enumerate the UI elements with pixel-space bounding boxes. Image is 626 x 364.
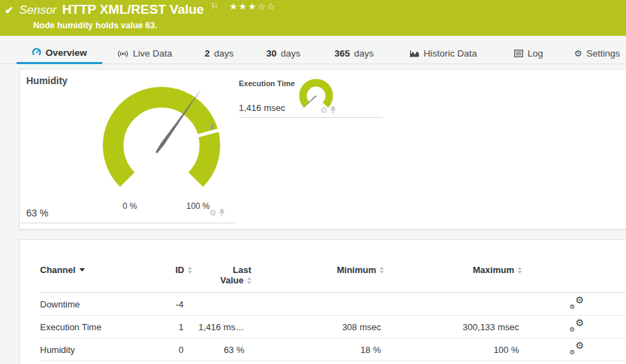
tab-bar: Overview Live Data 2 days 30 days 365 da… bbox=[0, 43, 626, 64]
pin-icon[interactable] bbox=[219, 209, 225, 217]
table-row-execution-time: Execution Time 1 1,416 ms… 308 msec 300,… bbox=[40, 316, 626, 338]
cell-id: 1 bbox=[147, 316, 192, 338]
humidity-tile-tools: ⚙ bbox=[209, 209, 225, 217]
cell-channel: Execution Time bbox=[40, 316, 147, 338]
header-id[interactable]: ID bbox=[147, 261, 192, 293]
sensor-kind-label: Sensor bbox=[19, 3, 57, 17]
prtg-sensor-page: ✔ Sensor HTTP XML/REST Value ⚐ ★★★☆☆ Nod… bbox=[0, 0, 626, 364]
humidity-tile-divider bbox=[21, 223, 235, 223]
settings-gear-icon: ⚙ bbox=[574, 49, 583, 58]
tab-overview[interactable]: Overview bbox=[17, 43, 102, 64]
header-maximum[interactable]: Maximum bbox=[384, 261, 522, 293]
sort-desc-icon bbox=[79, 268, 85, 272]
cell-maximum: 100 % bbox=[384, 338, 522, 361]
tab-365-days[interactable]: 365 days bbox=[326, 43, 382, 64]
humidity-gauge bbox=[92, 80, 231, 218]
tab-30-days[interactable]: 30 days bbox=[261, 43, 306, 64]
cell-maximum: 300,133 msec bbox=[384, 316, 522, 338]
cell-channel: Downtime bbox=[40, 293, 147, 316]
execution-time-tile-tools: ⚙ bbox=[320, 106, 336, 114]
channel-settings-icon[interactable]: ⚙⚙ bbox=[569, 297, 584, 310]
channels-panel: Channel ID Last Value Minimum bbox=[19, 239, 626, 364]
table-row-downtime: Downtime -4 ⚙⚙ bbox=[40, 293, 626, 316]
cell-last-value bbox=[192, 293, 253, 316]
tab-settings[interactable]: ⚙ Settings bbox=[569, 43, 625, 64]
sort-icon bbox=[380, 267, 384, 274]
header-actions bbox=[522, 261, 626, 293]
live-signal-icon bbox=[117, 50, 128, 58]
sensor-title: HTTP XML/REST Value bbox=[62, 2, 204, 17]
table-row-humidity: Humidity 0 63 % 18 % 100 % ⚙⚙ bbox=[40, 338, 626, 361]
average-marker-label: x̄ bbox=[210, 122, 214, 132]
header-minimum[interactable]: Minimum bbox=[253, 261, 384, 293]
stars-empty: ☆☆ bbox=[257, 1, 276, 12]
channels-table: Channel ID Last Value Minimum bbox=[40, 261, 626, 361]
cell-last-value: 63 % bbox=[192, 338, 253, 361]
log-list-icon bbox=[514, 50, 523, 57]
sort-icon bbox=[247, 277, 251, 284]
flag-icon[interactable]: ⚐ bbox=[211, 1, 218, 11]
humidity-gauge-title: Humidity bbox=[26, 75, 68, 86]
channel-settings-icon[interactable]: ⚙⚙ bbox=[569, 343, 584, 355]
execution-time-current-value: 1,416 msec bbox=[239, 103, 285, 113]
cell-id: -4 bbox=[147, 293, 192, 316]
tab-historic-data[interactable]: Historic Data bbox=[404, 43, 483, 64]
sensor-status-message: Node humidity holds value 63. bbox=[33, 21, 157, 30]
sort-icon bbox=[518, 267, 522, 274]
cell-minimum: 18 % bbox=[253, 338, 384, 361]
cell-channel: Humidity bbox=[40, 338, 147, 361]
tab-2-days[interactable]: 2 days bbox=[197, 43, 242, 64]
priority-stars[interactable]: ★★★☆☆ bbox=[229, 1, 276, 12]
gauges-panel: Humidity x̄ 0 % 100 % 63 % ⚙ Execution T… bbox=[19, 69, 626, 230]
sensor-banner: ✔ Sensor HTTP XML/REST Value ⚐ ★★★☆☆ Nod… bbox=[0, 0, 626, 36]
channel-settings-icon[interactable]: ⚙⚙ bbox=[569, 320, 584, 332]
gauge-icon bbox=[32, 48, 41, 57]
execution-time-tile-divider bbox=[239, 117, 382, 118]
cell-id: 0 bbox=[147, 338, 192, 361]
gauge-min-label: 0 % bbox=[113, 201, 147, 211]
cell-minimum: 308 msec bbox=[253, 316, 384, 338]
pin-icon[interactable] bbox=[330, 106, 336, 114]
cell-minimum bbox=[253, 293, 384, 316]
table-header-row: Channel ID Last Value Minimum bbox=[40, 261, 626, 293]
status-ok-check-icon: ✔ bbox=[5, 4, 14, 17]
header-channel[interactable]: Channel bbox=[40, 261, 147, 293]
tab-log[interactable]: Log bbox=[509, 43, 549, 64]
gauge-settings-gear-icon[interactable]: ⚙ bbox=[209, 209, 217, 217]
sort-icon bbox=[188, 267, 192, 274]
header-last-value[interactable]: Last Value bbox=[192, 261, 253, 293]
area-chart-icon bbox=[410, 50, 420, 58]
stars-filled: ★★★ bbox=[229, 1, 257, 12]
gauge-settings-gear-icon[interactable]: ⚙ bbox=[320, 106, 328, 114]
execution-time-gauge-title: Execution Time bbox=[239, 79, 295, 88]
tab-live-data[interactable]: Live Data bbox=[110, 43, 179, 64]
humidity-current-value: 63 % bbox=[26, 208, 48, 219]
cell-last-value: 1,416 ms… bbox=[192, 316, 253, 338]
cell-maximum bbox=[384, 293, 522, 316]
